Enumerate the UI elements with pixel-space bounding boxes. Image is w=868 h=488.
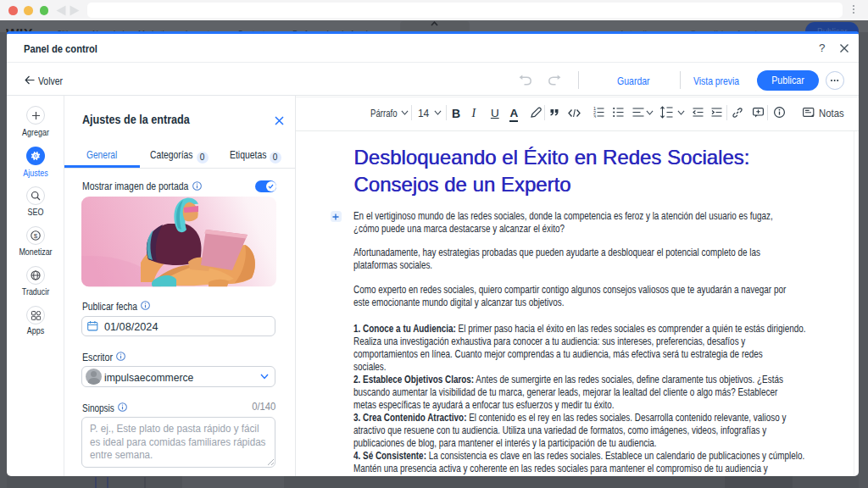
svg-text:3: 3 — [593, 114, 596, 118]
svg-text:$: $ — [34, 232, 38, 240]
